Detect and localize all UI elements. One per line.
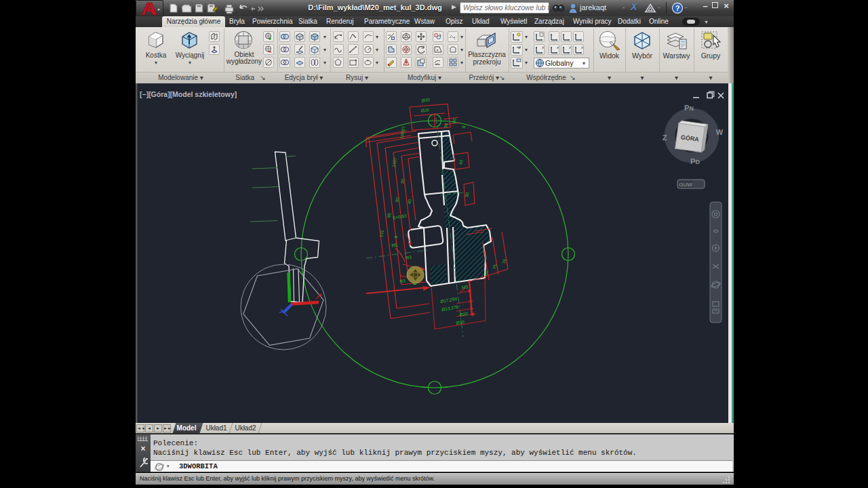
svg-text:PD: PD: [690, 157, 700, 165]
svg-text:z: z: [581, 45, 583, 49]
svg-text:R3: R3: [406, 254, 412, 260]
svg-text:R5: R5: [391, 242, 398, 247]
svg-text:?: ?: [675, 4, 680, 12]
svg-text:[−][Góra][Model szkieletowy]: [−][Góra][Model szkieletowy]: [140, 90, 237, 98]
svg-text:z: z: [542, 45, 544, 49]
svg-text:GUW: GUW: [679, 182, 692, 188]
svg-text:z: z: [569, 45, 571, 49]
svg-text:R3: R3: [399, 278, 406, 283]
svg-text:Z: Z: [663, 134, 667, 142]
svg-text:W: W: [716, 128, 724, 136]
svg-text:z: z: [557, 45, 559, 49]
svg-text:PN: PN: [684, 104, 694, 112]
